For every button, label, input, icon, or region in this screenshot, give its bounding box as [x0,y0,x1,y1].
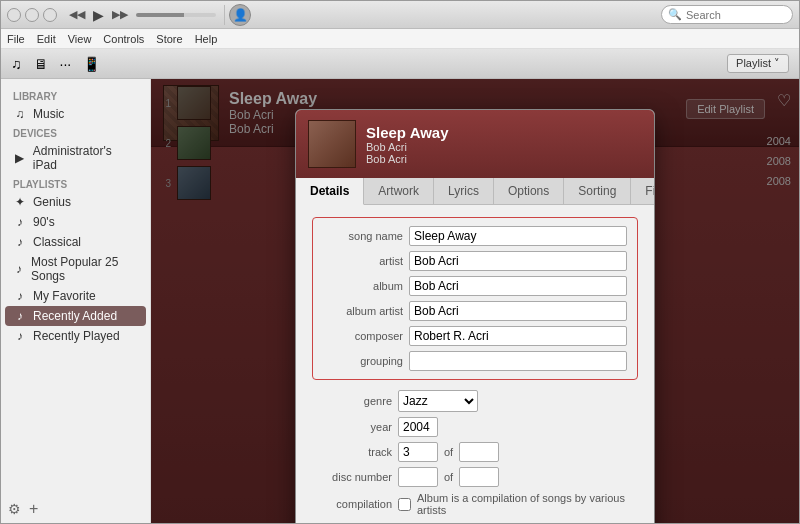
volume-slider[interactable] [136,13,216,17]
library-section-label: Library [1,87,150,104]
rating-dots[interactable]: ♡ [398,521,475,523]
song-name-label: song name [323,230,403,242]
playlists-section-label: Playlists [1,175,150,192]
genre-select[interactable]: Jazz [398,390,478,412]
tab-file[interactable]: File [631,178,655,204]
add-icon[interactable]: + [29,500,38,518]
tab-options[interactable]: Options [494,178,564,204]
modal-album-art [308,120,356,168]
song-name-input[interactable] [409,226,627,246]
main-form-section: song name artist album [312,217,638,380]
rating-heart-icon[interactable]: ♡ [462,521,475,523]
grouping-label: grouping [323,355,403,367]
sidebar-item-recently-played[interactable]: ♪ Recently Played [1,326,150,346]
search-input[interactable] [686,9,786,21]
modal-tabs: Details Artwork Lyrics Options Sorting F… [296,178,654,205]
year-row: year [312,417,638,437]
year-input[interactable] [398,417,438,437]
menu-edit[interactable]: Edit [37,33,56,45]
search-icon: 🔍 [668,8,682,21]
menu-store[interactable]: Store [156,33,182,45]
playlist-icon-recently-added: ♪ [13,309,27,323]
more-icon[interactable]: ··· [60,56,72,72]
genius-icon: ✦ [13,195,27,209]
song-info-modal: Sleep Away Bob Acri Bob Acri Details Art… [295,109,655,523]
album-label: album [323,280,403,292]
sidebar-item-recently-added[interactable]: ♪ Recently Added [5,306,146,326]
sidebar-item-favorite[interactable]: ♪ My Favorite [1,286,150,306]
monitor-icon[interactable]: 🖥 [34,56,48,72]
sidebar-item-popular[interactable]: ♪ Most Popular 25 Songs [1,252,150,286]
playlist-header-btn[interactable]: Playlist ˅ [727,54,789,73]
composer-label: composer [323,330,403,342]
play-button[interactable]: ▶ [89,5,108,25]
main-content: Library ♫ Music Devices ▶ Administrator'… [1,79,799,523]
disc-label: disc number [312,471,392,483]
sidebar-item-ipad[interactable]: ▶ Administrator's iPad [1,141,150,175]
maximize-button[interactable] [43,8,57,22]
tab-artwork[interactable]: Artwork [364,178,434,204]
grouping-row: grouping [323,351,627,371]
sidebar-recently-added-label: Recently Added [33,309,117,323]
compilation-checkbox[interactable] [398,498,411,511]
composer-input[interactable] [409,326,627,346]
music-library-icon[interactable]: ♫ [11,56,22,72]
sidebar-favorite-label: My Favorite [33,289,96,303]
sidebar-90s-label: 90's [33,215,55,229]
rating-row: rating ♡ [312,521,638,523]
main-window: ◀◀ ▶ ▶▶ 👤 🔍 File Edit View Controls Stor… [0,0,800,524]
sidebar-item-90s[interactable]: ♪ 90's [1,212,150,232]
artist-label: artist [323,255,403,267]
skip-forward-icon[interactable]: ▶▶ [112,8,128,21]
genre-label: genre [312,395,392,407]
sidebar-genius-label: Genius [33,195,71,209]
tab-lyrics[interactable]: Lyrics [434,178,494,204]
artist-row: artist [323,251,627,271]
search-box: 🔍 [661,5,793,24]
disc-row: disc number of [312,467,638,487]
music-icon: ♫ [13,107,27,121]
modal-song-album: Bob Acri [366,153,449,165]
close-button[interactable] [7,8,21,22]
disc-of-separator: of [444,471,453,483]
track-of-input[interactable] [459,442,499,462]
menu-file[interactable]: File [7,33,25,45]
settings-icon[interactable]: ⚙ [8,501,21,517]
sidebar-popular-label: Most Popular 25 Songs [31,255,138,283]
menu-controls[interactable]: Controls [103,33,144,45]
sidebar: Library ♫ Music Devices ▶ Administrator'… [1,79,151,523]
skip-back-icon[interactable]: ◀◀ [69,8,85,21]
ipad-icon: ▶ [13,151,27,165]
track-of-separator: of [444,446,453,458]
sidebar-item-music[interactable]: ♫ Music [1,104,150,124]
compilation-label: compilation [312,498,392,510]
menu-help[interactable]: Help [195,33,218,45]
sidebar-classical-label: Classical [33,235,81,249]
album-artist-input[interactable] [409,301,627,321]
playlist-icon-recently-played: ♪ [13,329,27,343]
title-bar: ◀◀ ▶ ▶▶ 👤 🔍 [1,1,799,29]
track-input[interactable] [398,442,438,462]
mobile-icon[interactable]: 📱 [83,56,100,72]
user-icon[interactable]: 👤 [229,4,251,26]
tab-sorting[interactable]: Sorting [564,178,631,204]
sidebar-item-classical[interactable]: ♪ Classical [1,232,150,252]
album-input[interactable] [409,276,627,296]
sidebar-recently-played-label: Recently Played [33,329,120,343]
artist-input[interactable] [409,251,627,271]
playlist-icon-classical: ♪ [13,235,27,249]
disc-of-input[interactable] [459,467,499,487]
track-row: track of [312,442,638,462]
tab-details[interactable]: Details [296,178,364,205]
song-name-row: song name [323,226,627,246]
sidebar-item-genius[interactable]: ✦ Genius [1,192,150,212]
disc-input[interactable] [398,467,438,487]
menu-view[interactable]: View [68,33,92,45]
minimize-button[interactable] [25,8,39,22]
modal-song-artist: Bob Acri [366,141,449,153]
grouping-input[interactable] [409,351,627,371]
track-label: track [312,446,392,458]
album-row: album [323,276,627,296]
menu-bar: File Edit View Controls Store Help [1,29,799,49]
playlist-icon-favorite: ♪ [13,289,27,303]
